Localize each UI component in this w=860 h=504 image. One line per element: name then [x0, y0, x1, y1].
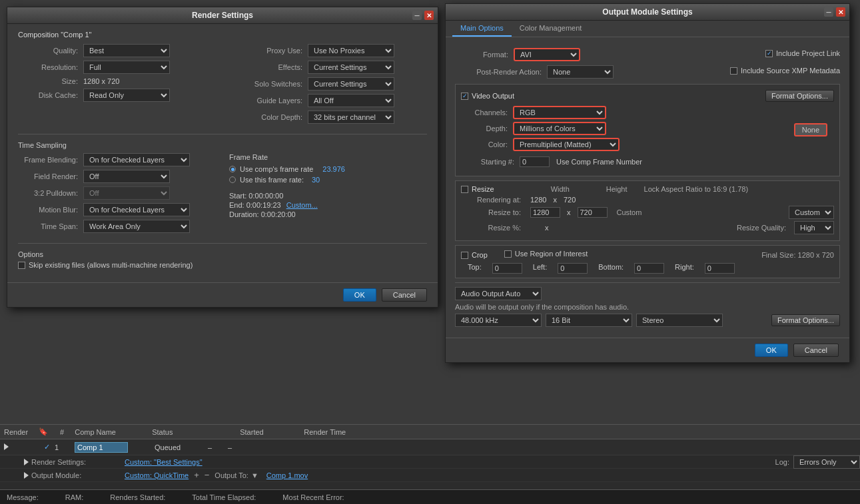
resolution-label: Resolution:: [18, 63, 78, 71]
guide-select[interactable]: All Off: [308, 94, 394, 107]
field-render-select[interactable]: Off: [83, 170, 170, 183]
resize-custom-select[interactable]: Custom: [789, 206, 834, 219]
resize-to-label: Resize to:: [468, 208, 521, 216]
tab-color-management[interactable]: Color Management: [512, 21, 590, 37]
include-xmp-checkbox[interactable]: [730, 67, 737, 75]
disk-cache-select[interactable]: Read Only: [83, 89, 170, 102]
skip-existing-checkbox[interactable]: [18, 262, 25, 269]
rq-render-settings-row: Render Settings: Custom: "Best Settings"…: [0, 455, 860, 469]
video-output-title-row: Video Output Format Options...: [461, 90, 834, 102]
rq-comp-name-input[interactable]: [75, 442, 128, 453]
quality-select[interactable]: Best: [83, 44, 170, 57]
use-comps-rate-label: Use comp's frame rate: [240, 165, 313, 173]
motion-blur-select[interactable]: On for Checked Layers: [83, 203, 190, 216]
proxy-use-row: Proxy Use: Use No Proxies: [229, 44, 427, 57]
crop-checkbox[interactable]: [461, 252, 468, 259]
video-output-checkbox[interactable]: [461, 93, 468, 100]
pulldown-select[interactable]: Off: [83, 186, 170, 200]
guide-label: Guide Layers:: [229, 97, 302, 105]
use-comps-rate-radio[interactable]: [229, 166, 236, 172]
post-render-row: Post-Render Action: None Include Source …: [455, 65, 840, 79]
crop-title-row: Crop Use Region of Interest Final Size: …: [461, 250, 834, 260]
depth-select[interactable]: Millions of Colors: [513, 122, 606, 135]
rq-minus-icon[interactable]: −: [205, 470, 210, 480]
frame-blending-select[interactable]: On for Checked Layers: [83, 153, 190, 166]
time-sampling-form: Frame Blending: On for Checked Layers Fi…: [18, 153, 427, 236]
format-select[interactable]: AVI: [514, 48, 580, 61]
use-region-checkbox[interactable]: [504, 250, 512, 258]
crop-right-label: Right:: [675, 263, 694, 274]
color-row: Color: Premultiplied (Matted): [461, 138, 781, 151]
include-project-link-checkbox[interactable]: [765, 50, 773, 57]
rq-om-value[interactable]: Custom: QuickTime: [125, 471, 189, 479]
custom-button[interactable]: Custom...: [286, 201, 318, 209]
resolution-select[interactable]: Full: [83, 61, 170, 74]
render-settings-ok-button[interactable]: OK: [343, 288, 376, 302]
final-size-label: Final Size: 1280 x 720: [761, 251, 834, 259]
left-col: Quality: Best Resolution: Full Size: 128…: [18, 44, 216, 127]
rq-plus-icon[interactable]: +: [194, 470, 199, 480]
channels-select[interactable]: Stereo: [636, 314, 723, 327]
crop-right-input[interactable]: [705, 263, 735, 274]
output-module-footer: OK Cancel: [446, 338, 849, 362]
tab-main-options[interactable]: Main Options: [452, 21, 512, 37]
bit-depth-select[interactable]: 16 Bit: [546, 314, 632, 327]
this-frame-rate-value: 30: [312, 176, 320, 184]
effects-select[interactable]: Current Settings: [308, 61, 394, 74]
resize-percent-label: Resize %:: [468, 224, 521, 232]
minimize-button[interactable]: ─: [412, 11, 422, 20]
use-this-rate-label: Use this frame rate:: [240, 176, 304, 184]
time-span-select[interactable]: Work Area Only: [83, 220, 190, 233]
solo-select[interactable]: Current Settings: [308, 77, 394, 91]
crop-bottom-input[interactable]: [634, 263, 664, 274]
output-module-close-button[interactable]: ✕: [836, 7, 845, 17]
render-settings-cancel-button[interactable]: Cancel: [382, 288, 427, 302]
starting-hash-input[interactable]: [520, 156, 550, 167]
proxy-select[interactable]: Use No Proxies: [308, 44, 394, 57]
none-badge[interactable]: None: [794, 123, 827, 136]
color-label: Color:: [461, 140, 508, 148]
output-minimize-button[interactable]: ─: [824, 7, 833, 17]
render-settings-close-button[interactable]: ✕: [424, 11, 434, 20]
rq-output-to-value[interactable]: Comp 1.mov: [266, 471, 308, 479]
render-settings-form: Quality: Best Resolution: Full Size: 128…: [18, 44, 427, 127]
channels-depth-color: Channels: RGB Depth: Millions of Colors …: [461, 106, 781, 154]
crop-top-input[interactable]: [492, 263, 522, 274]
post-render-select[interactable]: None: [547, 65, 614, 79]
color-depth-select[interactable]: 32 bits per channel: [308, 111, 394, 124]
format-options-button[interactable]: Format Options...: [765, 90, 834, 102]
audio-format-options-button[interactable]: Format Options...: [771, 314, 840, 326]
use-this-rate-row[interactable]: Use this frame rate: 30: [229, 176, 427, 184]
color-select[interactable]: Premultiplied (Matted): [513, 138, 620, 151]
rq-check[interactable]: ✓: [40, 443, 51, 451]
frame-blending-row: Frame Blending: On for Checked Layers: [18, 153, 216, 166]
expand-arrow-icon[interactable]: [4, 443, 9, 450]
effects-label: Effects:: [229, 63, 302, 71]
rq-om-expand-icon[interactable]: [24, 472, 29, 479]
resize-quality-select[interactable]: High: [794, 221, 834, 234]
use-this-rate-radio[interactable]: [229, 176, 236, 183]
time-left-col: Frame Blending: On for Checked Layers Fi…: [18, 153, 216, 236]
time-span-row: Time Span: Work Area Only: [18, 220, 216, 233]
render-queue-row: ✓ 1 Queued – –: [0, 439, 860, 455]
use-comps-rate-row[interactable]: Use comp's frame rate 23.976: [229, 165, 427, 173]
resize-to-w-input[interactable]: [530, 207, 560, 218]
audio-output-select[interactable]: Audio Output Auto: [455, 287, 542, 300]
output-module-ok-button[interactable]: OK: [755, 344, 788, 357]
end-time: End: 0:00:19:23: [229, 201, 281, 209]
rq-rs-expand-icon[interactable]: [24, 459, 29, 465]
time-sampling-title: Time Sampling: [18, 141, 427, 149]
output-module-cancel-button[interactable]: Cancel: [793, 344, 839, 357]
channels-select[interactable]: RGB: [513, 106, 606, 119]
status-total-time: Total Time Elapsed:: [192, 493, 256, 501]
comps-frame-rate-value: 23.976: [322, 165, 345, 173]
rq-rs-value[interactable]: Custom: "Best Settings": [125, 458, 203, 466]
crop-left-input[interactable]: [558, 263, 588, 274]
resize-to-h-input[interactable]: [578, 207, 608, 218]
audio-settings-row: 48.000 kHz 16 Bit Stereo Format Options.…: [455, 314, 840, 327]
sample-rate-select[interactable]: 48.000 kHz: [455, 314, 542, 327]
rq-output-to-arrow: ▼: [251, 471, 258, 479]
resize-checkbox[interactable]: [461, 186, 468, 193]
post-render-label: Post-Render Action:: [455, 68, 542, 76]
rq-log-select[interactable]: Errors Only: [793, 455, 860, 469]
